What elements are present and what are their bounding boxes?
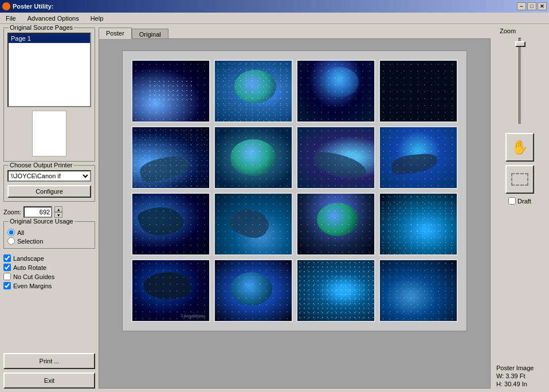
radio-all-item: All [7,229,91,236]
grid-cell-16 [379,259,458,322]
grid-cell-6 [214,126,293,189]
draft-row: Draft [508,197,531,205]
cb-auto-rotate-label: Auto Rotate [13,264,46,271]
exit-button[interactable]: Exit [3,373,95,389]
poster-grid: ©AngelWorks [131,60,458,322]
grid-cell-8 [379,126,458,189]
page-list-item[interactable]: Page 1 [9,34,90,43]
maximize-button[interactable]: □ [527,2,536,10]
radio-selection-item: Selection [7,237,91,245]
cb-even-margins-item: Even Margins [3,282,95,289]
cb-even-margins-label: Even Margins [13,283,52,289]
radio-group: All Selection [7,226,91,245]
menu-help[interactable]: Help [87,14,107,23]
zoom-input[interactable] [23,206,52,218]
main-content: Original Source Pages Page 1 Choose Outp… [0,24,549,392]
zoom-spinner: ▲ ▼ [54,206,62,218]
printer-group: Choose Output Printer \\JOYCE\Canon if C… [3,165,95,202]
grid-cell-12 [379,193,458,256]
poster-info: Poster Image W: 3.39 Ft H: 30.49 In [494,363,546,389]
poster-grid-container: ©AngelWorks [122,50,467,331]
configure-button[interactable]: Configure [7,185,91,198]
grid-cell-9 [131,193,210,256]
cb-landscape-item: Landscape [3,254,95,262]
grid-cell-3 [296,60,375,123]
hand-icon: ✋ [511,139,528,155]
printer-group-label: Choose Output Printer [9,162,73,168]
menu-file[interactable]: File [2,14,19,23]
cb-auto-rotate-item: Auto Rotate [3,264,95,271]
zoom-slider-container[interactable] [514,38,526,130]
radio-selection[interactable] [7,237,15,245]
grid-cell-5 [131,126,210,189]
cb-no-cut-guides-item: No Cut Guides [3,273,95,280]
title-bar: Poster Utility: − □ ✕ [0,0,549,13]
menu-bar: File Advanced Options Help [0,13,549,24]
grid-cell-4 [379,60,458,123]
action-buttons: Print ... Exit [3,353,95,389]
printer-dropdown[interactable]: \\JOYCE\Canon if [7,170,91,182]
zoom-up[interactable]: ▲ [54,206,62,212]
source-pages-group: Original Source Pages Page 1 [3,28,95,162]
radio-all[interactable] [7,229,15,236]
menu-advanced-options[interactable]: Advanced Options [24,14,83,23]
left-panel: Original Source Pages Page 1 Choose Outp… [3,28,95,389]
poster-height: H: 30.49 In [496,381,546,387]
tab-bar: Poster Original [99,28,491,39]
printer-select-row: \\JOYCE\Canon if [7,170,91,182]
zoom-down[interactable]: ▼ [54,212,62,218]
options-checkboxes: Landscape Auto Rotate No Cut Guides Even… [3,254,95,289]
zoom-right-label: Zoom [500,28,516,34]
zoom-label: Zoom: [3,209,21,215]
zoom-row: Zoom: ▲ ▼ [3,206,95,218]
window-title: Poster Utility: [13,3,54,10]
cb-no-cut-guides[interactable] [3,273,11,280]
grid-cell-14 [214,259,293,322]
grid-cell-13: ©AngelWorks [131,259,210,322]
radio-selection-label: Selection [17,238,43,245]
source-usage-group: Original Source Usage All Selection [3,221,95,249]
select-tool-button[interactable] [505,165,534,194]
minimize-button[interactable]: − [517,2,526,10]
cb-even-margins[interactable] [3,282,11,289]
center-panel: Poster Original [99,28,491,389]
poster-width: W: 3.39 Ft [496,373,546,379]
cb-landscape[interactable] [3,254,11,262]
draft-label: Draft [517,198,531,205]
grid-cell-10 [214,193,293,256]
grid-cell-2 [214,60,293,123]
zoom-slider-thumb[interactable] [515,41,526,47]
cb-no-cut-guides-label: No Cut Guides [13,273,54,280]
poster-area[interactable]: ©AngelWorks [99,38,491,389]
grid-cell-15 [296,259,375,322]
source-usage-label: Original Source Usage [9,218,74,225]
draft-checkbox[interactable] [508,197,516,205]
source-pages-label: Original Source Pages [9,24,74,31]
tab-poster[interactable]: Poster [99,28,132,39]
right-panel: Zoom ✋ Draft Poster Image W: 3.39 Ft H: … [494,28,546,389]
radio-all-label: All [17,229,24,236]
selection-icon [511,173,528,186]
cb-landscape-label: Landscape [13,255,44,262]
print-button[interactable]: Print ... [3,353,95,369]
close-button[interactable]: ✕ [538,2,547,10]
hand-tool-button[interactable]: ✋ [505,133,534,162]
app-icon [2,2,10,10]
grid-cell-11 [296,193,375,256]
page-thumbnail [32,111,66,156]
zoom-slider-track[interactable] [519,38,521,124]
page-list[interactable]: Page 1 [7,33,91,107]
cb-auto-rotate[interactable] [3,264,11,271]
window-controls: − □ ✕ [517,2,547,10]
grid-cell-7 [296,126,375,189]
grid-cell-1 [131,60,210,123]
poster-image-label: Poster Image [496,364,546,371]
